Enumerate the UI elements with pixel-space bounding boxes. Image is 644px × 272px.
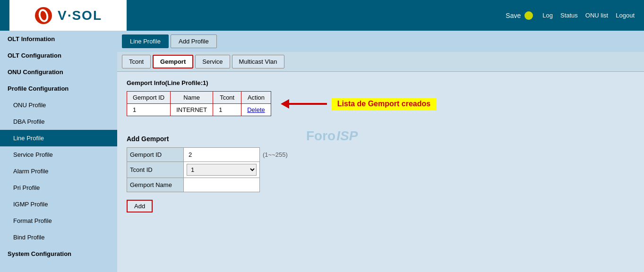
sidebar: OLT Information OLT Configuration ONU Co…	[0, 31, 117, 272]
col-action: Action	[241, 92, 271, 104]
tab-tcont[interactable]: Tcont	[122, 55, 151, 68]
onu-list-link[interactable]: ONU list	[585, 12, 608, 19]
layout: OLT Information OLT Configuration ONU Co…	[0, 31, 644, 272]
status-indicator	[524, 11, 533, 20]
tcont-id-input-cell: 1 2 3	[184, 162, 260, 178]
cell-tcont: 1	[213, 104, 241, 116]
sidebar-item-alarm-profile[interactable]: Alarm Profile	[0, 163, 117, 179]
top-tab-bar: Line Profile Add Profile	[117, 31, 644, 52]
form-row-tcont-id: Tcont ID 1 2 3	[127, 162, 291, 178]
sidebar-item-service-profile[interactable]: Service Profile	[0, 146, 117, 163]
gemport-id-input-cell	[184, 148, 260, 162]
sidebar-item-line-profile[interactable]: Line Profile	[0, 130, 117, 146]
logo-area: V·SOL	[9, 0, 127, 31]
annotation-area: Lista de Gemport creados	[281, 98, 436, 110]
gemport-table: Gemport ID Name Tcont Action 1 INTERNET …	[127, 91, 271, 116]
form-row-gemport-id: Gemport ID (1~~255)	[127, 148, 291, 162]
annotation-label: Lista de Gemport creados	[332, 98, 436, 110]
table-row: 1 INTERNET 1 Delete	[127, 104, 271, 116]
add-gemport-form: Gemport ID (1~~255) Tcont ID 1 2 3	[127, 147, 291, 192]
gemport-id-label: Gemport ID	[127, 148, 184, 162]
tab-multicast-vlan[interactable]: Multicast Vlan	[232, 55, 284, 68]
sidebar-item-igmp-profile[interactable]: IGMP Profile	[0, 196, 117, 212]
log-link[interactable]: Log	[542, 12, 553, 19]
logo-text: V·SOL	[58, 8, 102, 23]
sidebar-item-profile-configuration[interactable]: Profile Configuration	[0, 80, 117, 97]
tcont-id-label: Tcont ID	[127, 162, 184, 178]
sidebar-item-system-configuration[interactable]: System Configuration	[0, 246, 117, 262]
content-area: Gemport Info(Line Profile:1) Gemport ID …	[117, 72, 644, 220]
gemport-name-input[interactable]	[187, 180, 253, 190]
col-name: Name	[171, 92, 213, 104]
save-area: Save	[506, 11, 533, 20]
sidebar-item-onu-configuration[interactable]: ONU Configuration	[0, 64, 117, 80]
gemport-name-input-cell	[184, 178, 260, 192]
logout-link[interactable]: Logout	[616, 12, 635, 19]
col-gemport-id: Gemport ID	[127, 92, 171, 104]
header: V·SOL Save Log Status ONU list Logout	[0, 0, 644, 31]
header-links: Log Status ONU list Logout	[542, 12, 635, 19]
arrow-head-icon	[281, 99, 289, 109]
header-right: Save Log Status ONU list Logout	[506, 11, 635, 20]
sidebar-item-pri-profile[interactable]: Pri Profile	[0, 179, 117, 196]
cell-gemport-id: 1	[127, 104, 171, 116]
main-content: Line Profile Add Profile Tcont Gemport S…	[117, 31, 644, 272]
second-tab-bar: Tcont Gemport Service Multicast Vlan	[117, 52, 644, 72]
gemport-id-hint: (1~~255)	[260, 148, 291, 162]
sidebar-item-olt-configuration[interactable]: OLT Configuration	[0, 47, 117, 64]
add-button[interactable]: Add	[127, 200, 153, 212]
tab-add-profile[interactable]: Add Profile	[171, 34, 217, 48]
tab-gemport[interactable]: Gemport	[153, 55, 193, 68]
cell-name: INTERNET	[171, 104, 213, 116]
cell-action: Delete	[241, 104, 271, 116]
save-button[interactable]: Save	[506, 12, 521, 19]
sidebar-item-onu-profile[interactable]: ONU Profile	[0, 97, 117, 113]
arrow-container	[281, 99, 327, 109]
sidebar-item-format-profile[interactable]: Format Profile	[0, 212, 117, 229]
arrow-shaft	[289, 103, 327, 105]
delete-link[interactable]: Delete	[247, 106, 265, 113]
sidebar-item-olt-information[interactable]: OLT Information	[0, 31, 117, 47]
form-row-gemport-name: Gemport Name	[127, 178, 291, 192]
gemport-id-input[interactable]	[187, 150, 253, 160]
tcont-id-select[interactable]: 1 2 3	[187, 164, 257, 176]
tab-service[interactable]: Service	[195, 55, 230, 68]
gemport-info-title: Gemport Info(Line Profile:1)	[127, 79, 635, 86]
sidebar-item-dba-profile[interactable]: DBA Profile	[0, 113, 117, 130]
gemport-name-label: Gemport Name	[127, 178, 184, 192]
add-gemport-title: Add Gemport	[127, 135, 635, 143]
col-tcont: Tcont	[213, 92, 241, 104]
tab-line-profile[interactable]: Line Profile	[122, 34, 169, 48]
add-button-container: Add	[127, 196, 635, 212]
sidebar-item-bind-profile[interactable]: Bind Profile	[0, 229, 117, 246]
status-link[interactable]: Status	[560, 12, 578, 19]
vsol-logo-icon	[34, 6, 53, 25]
